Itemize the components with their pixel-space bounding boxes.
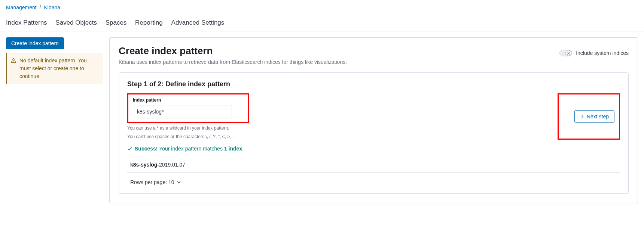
warning-icon: [10, 58, 16, 63]
help-text-chars: You can't use spaces or the characters \…: [127, 133, 249, 140]
step-panel: Step 1 of 2: Define index pattern Index …: [119, 72, 629, 194]
chevron-down-icon: [177, 180, 181, 184]
create-index-pattern-button[interactable]: Create index pattern: [6, 37, 64, 49]
index-name-rest: 2019.01.07: [159, 162, 185, 168]
callout-text: No default index pattern. You must selec…: [19, 57, 99, 80]
page-subtitle: Kibana uses index patterns to retrieve d…: [119, 59, 347, 65]
help-text-wildcard: You can use a * as a wildcard in your in…: [127, 125, 249, 132]
index-pattern-input[interactable]: [133, 105, 232, 118]
system-indices-label: Include system indices: [576, 50, 629, 56]
success-prefix: Success!: [135, 146, 158, 152]
success-mid: Your index pattern matches: [159, 146, 223, 152]
index-pattern-label: Index pattern: [133, 97, 244, 103]
table-row: k8s-syslog-2019.01.07: [127, 157, 620, 173]
include-system-indices: Include system indices: [559, 50, 629, 56]
svg-point-1: [13, 62, 14, 62]
tab-reporting[interactable]: Reporting: [135, 19, 163, 27]
tab-spaces[interactable]: Spaces: [106, 19, 127, 27]
main-panel: Create index pattern Kibana uses index p…: [109, 37, 638, 203]
check-icon: [127, 146, 132, 151]
system-indices-switch[interactable]: [559, 50, 572, 56]
breadcrumb: Management / Kibana: [0, 0, 644, 15]
breadcrumb-current[interactable]: Kibana: [44, 4, 60, 10]
index-name-bold: k8s-syslog-: [130, 162, 159, 168]
page-title: Create index pattern: [119, 45, 347, 57]
next-step-label: Next step: [587, 114, 609, 119]
tabs-bar: Index Patterns Saved Objects Spaces Repo…: [0, 15, 644, 31]
no-default-callout: No default index pattern. You must selec…: [6, 53, 103, 84]
breadcrumb-root[interactable]: Management: [6, 4, 37, 10]
rows-per-page-label: Rows per page: 10: [130, 179, 174, 185]
next-step-highlight: Next step: [558, 93, 620, 140]
sidebar: Create index pattern No default index pa…: [6, 37, 103, 84]
tab-advanced-settings[interactable]: Advanced Settings: [171, 19, 225, 27]
tab-saved-objects[interactable]: Saved Objects: [55, 19, 97, 27]
chevron-right-icon: [580, 114, 585, 119]
next-step-button[interactable]: Next step: [574, 110, 614, 123]
close-icon: [565, 50, 571, 56]
tab-index-patterns[interactable]: Index Patterns: [6, 19, 47, 27]
success-message: Success! Your index pattern matches 1 in…: [127, 146, 249, 152]
breadcrumb-separator: /: [40, 4, 41, 10]
success-count: 1 index: [224, 146, 242, 152]
step-title: Step 1 of 2: Define index pattern: [127, 80, 620, 88]
index-pattern-highlight: Index pattern: [127, 93, 249, 123]
rows-per-page[interactable]: Rows per page: 10: [127, 179, 181, 185]
